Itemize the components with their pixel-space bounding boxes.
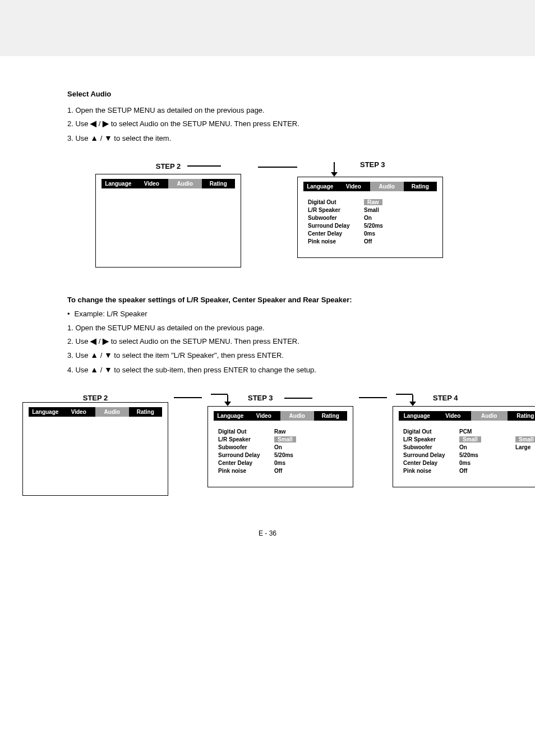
menu-rows: Digital Out Raw L/R Speaker Small Subwoo…: [303, 197, 437, 245]
diagram-row-2: STEP 2 Language Video Audio Rating: [17, 394, 518, 496]
tab-rating[interactable]: Rating: [202, 179, 236, 188]
row-lr-speaker[interactable]: L/R Speaker Small: [218, 436, 347, 442]
step-3: 3. Use ▲ / ▼ to select the item.: [67, 131, 518, 145]
tab-rating[interactable]: Rating: [404, 182, 437, 191]
right-arrow-icon: ▶: [103, 334, 109, 348]
tab-language[interactable]: Language: [303, 182, 337, 191]
tab-language[interactable]: Language: [29, 407, 62, 417]
tab-video[interactable]: Video: [62, 407, 96, 417]
empty-body: [29, 422, 162, 484]
bullet-text: Example: L/R Speaker: [75, 310, 147, 318]
left-arrow-icon: ◀: [90, 334, 96, 348]
row-digital-out[interactable]: Digital Out Raw: [308, 199, 437, 205]
tab-audio[interactable]: Audio: [471, 411, 508, 421]
tab-rating[interactable]: Rating: [314, 411, 348, 421]
step3-label: STEP 3: [360, 160, 385, 169]
step2-col: STEP 2 Language Video Audio Rating: [95, 162, 241, 268]
row-pink-noise[interactable]: Pink noise Off: [403, 468, 535, 474]
tabs: Language Video Audio Rating: [214, 411, 347, 421]
step-2: 2. Use ◀ / ▶ to select Audio on the SETU…: [67, 334, 518, 348]
screen-step3-s1: Language Video Audio Rating Digital Out …: [297, 177, 443, 258]
tab-rating[interactable]: Rating: [129, 407, 163, 417]
left-arrow-icon: ◀: [90, 117, 96, 131]
section-speaker-settings: To change the speaker settings of L/R Sp…: [17, 296, 518, 496]
heading-select-audio: Select Audio: [17, 90, 518, 98]
menu-rows: Digital Out PCM L/R Speaker Small Small …: [399, 426, 535, 474]
diagram-row-1: STEP 2 Language Video Audio Rating: [17, 162, 518, 268]
tab-audio[interactable]: Audio: [168, 179, 202, 188]
row-center-delay[interactable]: Center Delay 0ms: [403, 460, 535, 466]
down-arrow-icon: ▼: [104, 348, 112, 362]
header-band: [0, 0, 535, 56]
up-arrow-icon: ▲: [90, 363, 98, 377]
step4-label: STEP 4: [433, 394, 458, 402]
tab-video[interactable]: Video: [435, 411, 472, 421]
row-surround-delay[interactable]: Surround Delay 5/20ms: [218, 452, 347, 458]
row-surround-delay[interactable]: Surround Delay 5/20ms: [308, 223, 437, 229]
tab-language[interactable]: Language: [214, 411, 247, 421]
row-lr-speaker[interactable]: L/R Speaker Small Small: [403, 436, 535, 442]
tab-video[interactable]: Video: [135, 179, 169, 188]
step-1: 1. Open the SETUP MENU as detailed on th…: [67, 321, 518, 334]
steps-list-2: 1. Open the SETUP MENU as detailed on th…: [17, 321, 518, 377]
step-2: 2. Use ◀ / ▶ to select Audio on the SETU…: [67, 117, 518, 131]
down-arrow-icon: ▼: [104, 131, 112, 145]
step2-label: STEP 2: [156, 162, 181, 170]
connector-line: [174, 397, 202, 398]
step3-col: STEP 3 Language Video Audio Rating Digit…: [297, 162, 443, 258]
row-subwoofer[interactable]: Subwoofer On Large: [403, 444, 535, 450]
row-lr-speaker[interactable]: L/R Speaker Small: [308, 207, 437, 213]
tab-language[interactable]: Language: [399, 411, 435, 421]
tab-language[interactable]: Language: [102, 179, 135, 188]
menu-rows: Digital Out Raw L/R Speaker Small Subwoo…: [214, 426, 347, 474]
arrow-down-icon: [409, 394, 416, 406]
page-number: E - 36: [17, 529, 518, 537]
connector-line: [359, 397, 387, 398]
screen-step2-s1: Language Video Audio Rating: [95, 174, 241, 268]
down-arrow-icon: ▼: [104, 363, 112, 377]
value-highlight: Small: [274, 436, 296, 442]
row-pink-noise[interactable]: Pink noise Off: [308, 238, 437, 245]
tab-video[interactable]: Video: [337, 182, 371, 191]
connector: [359, 397, 387, 398]
row-surround-delay[interactable]: Surround Delay 5/20ms: [403, 452, 535, 458]
row-digital-out[interactable]: Digital Out Raw: [218, 428, 347, 435]
row-subwoofer[interactable]: Subwoofer On: [218, 444, 347, 450]
tab-audio[interactable]: Audio: [370, 182, 404, 191]
up-arrow-icon: ▲: [90, 131, 98, 145]
tab-audio[interactable]: Audio: [95, 407, 129, 417]
step-1: 1. Open the SETUP MENU as detailed on th…: [67, 104, 518, 117]
value-highlight: Raw: [364, 199, 382, 205]
screen-step2-s2: Language Video Audio Rating: [22, 402, 168, 496]
row-center-delay[interactable]: Center Delay 0ms: [218, 460, 347, 466]
tab-audio[interactable]: Audio: [280, 411, 314, 421]
bullet-example: Example: L/R Speaker: [17, 310, 518, 318]
step2-col: STEP 2 Language Video Audio Rating: [22, 394, 168, 496]
screen-step3-s2: Language Video Audio Rating Digital Out …: [207, 406, 353, 487]
empty-body: [102, 194, 235, 256]
row-digital-out[interactable]: Digital Out PCM: [403, 428, 535, 435]
row-subwoofer[interactable]: Subwoofer On: [308, 215, 437, 221]
tabs: Language Video Audio Rating: [303, 182, 437, 191]
step-4: 4. Use ▲ / ▼ to select the sub-item, the…: [67, 363, 518, 377]
step4-col: STEP 4 Language Video Audio Rating Digit…: [393, 394, 535, 487]
tab-video[interactable]: Video: [247, 411, 281, 421]
tabs: Language Video Audio Rating: [29, 407, 162, 417]
tabs: Language Video Audio Rating: [102, 179, 235, 188]
step2-label: STEP 2: [83, 394, 108, 402]
right-arrow-icon: ▶: [103, 117, 109, 131]
tabs: Language Video Audio Rating: [399, 411, 535, 421]
screen-step4-s2: Language Video Audio Rating Digital Out …: [393, 406, 535, 487]
row-center-delay[interactable]: Center Delay 0ms: [308, 231, 437, 237]
value-highlight: Small: [515, 436, 535, 442]
bullet-icon: [67, 310, 70, 318]
arrow-down-icon: [331, 162, 338, 177]
arrow-down-icon: [224, 394, 231, 406]
value-highlight: Small: [459, 436, 481, 442]
row-pink-noise[interactable]: Pink noise Off: [218, 468, 347, 474]
tab-rating[interactable]: Rating: [508, 411, 536, 421]
connector: [174, 397, 202, 398]
connector-line: [284, 398, 312, 399]
connector-line: [187, 165, 221, 167]
heading-speaker-settings: To change the speaker settings of L/R Sp…: [17, 296, 518, 304]
